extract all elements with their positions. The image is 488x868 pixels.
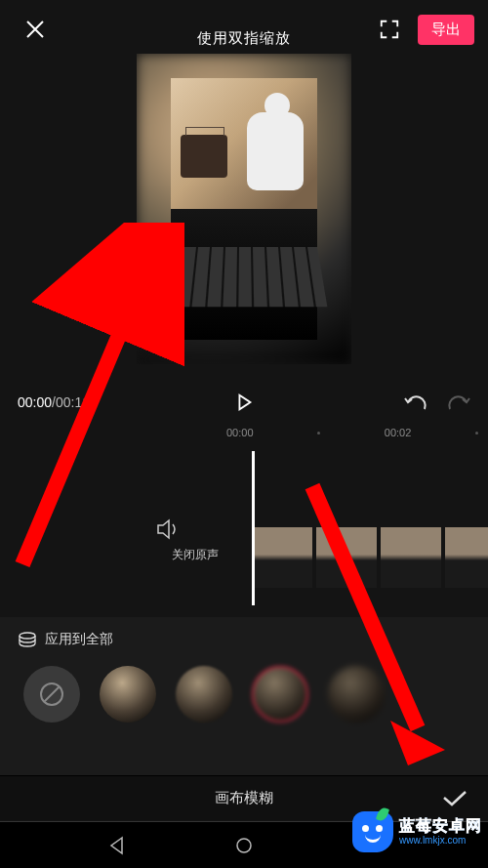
time-display: 00:00/00:11 [18, 394, 90, 410]
scene-keyboard [161, 247, 328, 307]
check-icon [441, 789, 468, 808]
fullscreen-icon [379, 19, 400, 40]
video-preview[interactable] [137, 54, 351, 364]
blur-option-1[interactable] [100, 666, 156, 723]
blur-option-2[interactable] [176, 666, 232, 723]
watermark-url: www.lmkjx.com [399, 836, 482, 846]
mute-original-button[interactable]: 关闭原声 [156, 517, 234, 563]
mute-label: 关闭原声 [172, 548, 219, 561]
close-icon [23, 18, 47, 41]
watermark: 蓝莓安卓网 www.lmkjx.com [352, 811, 482, 852]
ruler-dot [475, 432, 478, 434]
apply-all-label: 应用到全部 [45, 631, 113, 648]
close-button[interactable] [14, 8, 57, 51]
timeline-thumb[interactable] [252, 527, 312, 588]
canvas-blur-panel: 应用到全部 [0, 617, 488, 775]
blur-option-3[interactable] [252, 666, 308, 723]
nav-home-button[interactable] [234, 836, 254, 855]
total-time: 00:11 [56, 394, 90, 410]
confirm-button[interactable] [441, 789, 468, 808]
watermark-logo [352, 811, 393, 852]
timeline-ruler: 00:00 00:02 [226, 422, 478, 443]
speaker-icon [156, 517, 182, 541]
play-button[interactable] [233, 392, 255, 413]
playhead[interactable] [252, 451, 255, 605]
undo-button[interactable] [404, 393, 427, 412]
scene-bear [247, 112, 304, 190]
ruler-dot [317, 432, 320, 434]
timeline-track[interactable]: + [252, 527, 488, 588]
ruler-mark: 00:02 [385, 427, 412, 438]
export-button[interactable]: 导出 [418, 15, 474, 45]
circle-home-icon [234, 836, 254, 855]
preview-content [171, 78, 317, 340]
timeline-thumb[interactable] [381, 527, 441, 588]
undo-icon [404, 393, 427, 412]
watermark-title: 蓝莓安卓网 [399, 818, 482, 834]
blur-option-none[interactable] [23, 666, 80, 723]
fullscreen-button[interactable] [379, 19, 400, 40]
svg-point-2 [237, 839, 251, 852]
ruler-mark: 00:00 [226, 427, 254, 438]
current-time: 00:00 [18, 394, 52, 410]
apply-to-all-button[interactable]: 应用到全部 [18, 631, 470, 648]
panel-title: 画布模糊 [215, 789, 273, 807]
redo-icon [447, 393, 470, 412]
none-icon [38, 681, 65, 708]
blur-option-4[interactable] [328, 666, 385, 723]
svg-point-0 [20, 633, 35, 639]
stack-icon [18, 631, 37, 648]
redo-button[interactable] [447, 393, 470, 412]
triangle-back-icon [107, 836, 127, 855]
timeline-thumb[interactable] [316, 527, 377, 588]
timeline-thumb[interactable] [445, 527, 488, 588]
pinch-hint-label: 使用双指缩放 [197, 29, 291, 48]
scene-tv [181, 135, 227, 178]
nav-back-button[interactable] [107, 836, 127, 855]
play-icon [233, 392, 255, 413]
